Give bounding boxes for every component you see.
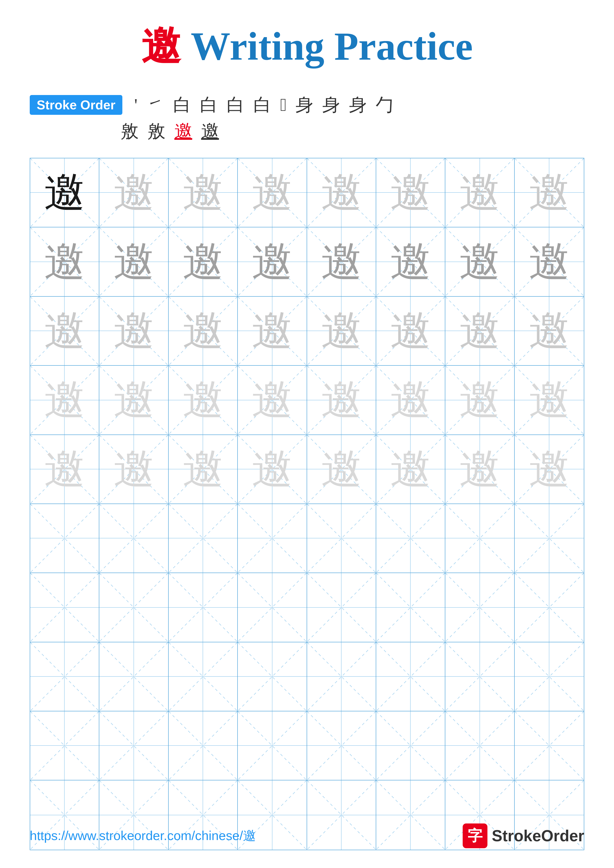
cell-3-3[interactable]: 邀: [169, 297, 238, 366]
cell-2-6[interactable]: 邀: [376, 227, 445, 296]
cell-9-3[interactable]: [169, 711, 238, 780]
cell-7-1[interactable]: [30, 573, 99, 642]
svg-line-122: [376, 642, 445, 711]
cell-9-1[interactable]: [30, 711, 99, 780]
cell-4-5[interactable]: 邀: [307, 366, 376, 435]
cell-1-1[interactable]: 邀: [30, 158, 99, 227]
footer-url-link[interactable]: https://www.strokeorder.com/chinese/邀: [30, 827, 256, 845]
practice-char-medium: 邀: [321, 242, 362, 282]
practice-char-light: 邀: [459, 310, 500, 351]
cell-3-8[interactable]: 邀: [515, 297, 584, 366]
stroke-12: 敫: [117, 119, 143, 143]
stroke-11: 勹: [371, 93, 398, 117]
cell-3-4[interactable]: 邀: [238, 297, 307, 366]
cell-8-6[interactable]: [376, 642, 445, 711]
cell-9-8[interactable]: [515, 711, 584, 780]
practice-char-medium: 邀: [390, 242, 431, 282]
cell-3-7[interactable]: 邀: [445, 297, 515, 366]
cell-7-3[interactable]: [169, 573, 238, 642]
svg-line-118: [238, 642, 306, 711]
cell-4-7[interactable]: 邀: [445, 366, 515, 435]
cell-2-5[interactable]: 邀: [307, 227, 376, 296]
cell-9-2[interactable]: [99, 711, 168, 780]
grid-row-6: [30, 504, 584, 573]
grid-row-2: 邀 邀 邀 邀 邀 邀 邀: [30, 227, 584, 296]
cell-4-8[interactable]: 邀: [515, 366, 584, 435]
cell-5-8[interactable]: 邀: [515, 435, 584, 504]
cell-1-4[interactable]: 邀: [238, 158, 307, 227]
practice-char-light: 邀: [529, 310, 570, 351]
cell-6-3[interactable]: [169, 504, 238, 573]
cell-2-8[interactable]: 邀: [515, 227, 584, 296]
grid-row-8: [30, 642, 584, 711]
cell-6-1[interactable]: [30, 504, 99, 573]
cell-5-1[interactable]: 邀: [30, 435, 99, 504]
cell-8-1[interactable]: [30, 642, 99, 711]
cell-9-6[interactable]: [376, 711, 445, 780]
cell-7-7[interactable]: [445, 573, 515, 642]
cell-5-7[interactable]: 邀: [445, 435, 515, 504]
cell-4-4[interactable]: 邀: [238, 366, 307, 435]
svg-line-133: [169, 711, 237, 780]
cell-8-8[interactable]: [515, 642, 584, 711]
title-suffix: Writing Practice: [181, 24, 473, 68]
cell-6-7[interactable]: [445, 504, 515, 573]
cell-4-2[interactable]: 邀: [99, 366, 168, 435]
cell-1-5[interactable]: 邀: [307, 158, 376, 227]
cell-1-8[interactable]: 邀: [515, 158, 584, 227]
cell-2-2[interactable]: 邀: [99, 227, 168, 296]
practice-char-vlight: 邀: [183, 380, 224, 420]
cell-9-4[interactable]: [238, 711, 307, 780]
stroke-order-badge: Stroke Order: [30, 95, 122, 115]
cell-7-8[interactable]: [515, 573, 584, 642]
cell-3-5[interactable]: 邀: [307, 297, 376, 366]
cell-2-3[interactable]: 邀: [169, 227, 238, 296]
cell-1-6[interactable]: 邀: [376, 158, 445, 227]
cell-7-4[interactable]: [238, 573, 307, 642]
stroke-2: ㇀: [142, 93, 169, 117]
cell-6-4[interactable]: [238, 504, 307, 573]
cell-9-5[interactable]: [307, 711, 376, 780]
cell-5-6[interactable]: 邀: [376, 435, 445, 504]
cell-4-3[interactable]: 邀: [169, 366, 238, 435]
cell-6-6[interactable]: [376, 504, 445, 573]
cell-6-8[interactable]: [515, 504, 584, 573]
cell-5-5[interactable]: 邀: [307, 435, 376, 504]
svg-line-81: [30, 504, 99, 573]
cell-8-5[interactable]: [307, 642, 376, 711]
svg-line-99: [99, 573, 168, 642]
svg-line-97: [30, 573, 99, 642]
cell-6-2[interactable]: [99, 504, 168, 573]
cell-7-5[interactable]: [307, 573, 376, 642]
cell-8-4[interactable]: [238, 642, 307, 711]
cell-3-6[interactable]: 邀: [376, 297, 445, 366]
practice-char-vlight: 邀: [390, 449, 431, 490]
stroke-13: 敫: [143, 119, 170, 143]
cell-8-2[interactable]: [99, 642, 168, 711]
stroke-chars-row1: ' ㇀ 白 白 白 白 𠃊 身 身 身 勹: [130, 93, 398, 117]
svg-line-102: [238, 573, 306, 642]
cell-7-6[interactable]: [376, 573, 445, 642]
cell-3-2[interactable]: 邀: [99, 297, 168, 366]
cell-7-2[interactable]: [99, 573, 168, 642]
cell-5-3[interactable]: 邀: [169, 435, 238, 504]
practice-char-light: 邀: [321, 310, 362, 351]
cell-2-7[interactable]: 邀: [445, 227, 515, 296]
svg-line-114: [99, 642, 168, 711]
cell-1-2[interactable]: 邀: [99, 158, 168, 227]
cell-8-7[interactable]: [445, 642, 515, 711]
cell-3-1[interactable]: 邀: [30, 297, 99, 366]
cell-9-7[interactable]: [445, 711, 515, 780]
svg-line-91: [376, 504, 445, 573]
cell-6-5[interactable]: [307, 504, 376, 573]
cell-2-1[interactable]: 邀: [30, 227, 99, 296]
svg-line-140: [445, 711, 514, 780]
cell-4-1[interactable]: 邀: [30, 366, 99, 435]
cell-1-7[interactable]: 邀: [445, 158, 515, 227]
cell-1-3[interactable]: 邀: [169, 158, 238, 227]
cell-2-4[interactable]: 邀: [238, 227, 307, 296]
cell-8-3[interactable]: [169, 642, 238, 711]
cell-5-4[interactable]: 邀: [238, 435, 307, 504]
cell-5-2[interactable]: 邀: [99, 435, 168, 504]
cell-4-6[interactable]: 邀: [376, 366, 445, 435]
